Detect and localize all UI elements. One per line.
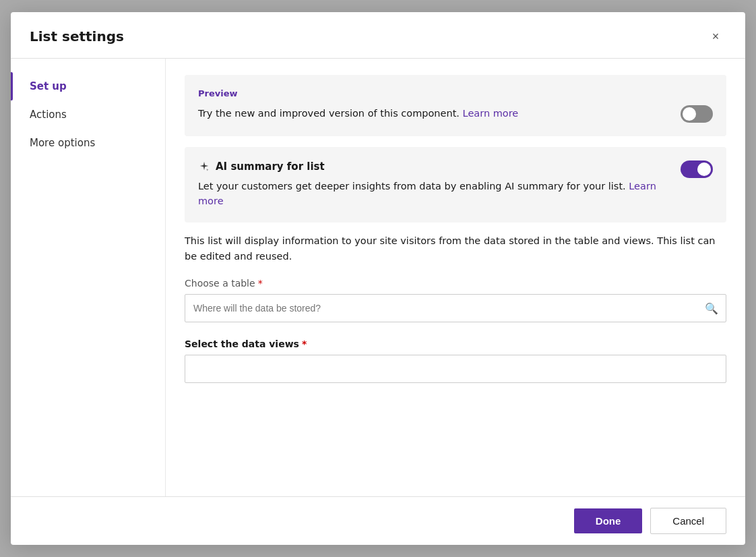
ai-card-row: AI summary for list Let your customers g… xyxy=(198,160,713,209)
list-settings-dialog: List settings × Set up Actions More opti… xyxy=(11,12,745,545)
choose-table-label: Choose a table* xyxy=(185,278,726,289)
sidebar: Set up Actions More options xyxy=(11,59,166,496)
preview-toggle-slider xyxy=(681,105,713,123)
preview-card: Preview Try the new and improved version… xyxy=(185,75,726,136)
ai-card-content: AI summary for list Let your customers g… xyxy=(198,160,672,209)
data-views-required: * xyxy=(302,339,307,349)
dialog-title: List settings xyxy=(30,28,124,45)
ai-summary-card: AI summary for list Let your customers g… xyxy=(185,147,726,223)
dialog-overlay: List settings × Set up Actions More opti… xyxy=(0,0,756,557)
sidebar-item-actions[interactable]: Actions xyxy=(11,100,165,129)
data-views-input[interactable] xyxy=(185,355,726,383)
main-content: Preview Try the new and improved version… xyxy=(166,59,745,496)
search-icon: 🔍 xyxy=(705,301,718,314)
preview-label: Preview xyxy=(198,88,713,98)
ai-description: Let your customers get deeper insights f… xyxy=(198,179,672,209)
ai-title: AI summary for list xyxy=(216,160,325,173)
dialog-footer: Done Cancel xyxy=(11,496,745,545)
ai-toggle[interactable] xyxy=(681,160,713,178)
choose-table-wrapper: 🔍 xyxy=(185,294,726,322)
ai-card-header: AI summary for list xyxy=(198,160,672,173)
close-button[interactable]: × xyxy=(705,26,726,47)
preview-text: Try the new and improved version of this… xyxy=(198,107,672,121)
choose-table-required: * xyxy=(258,278,263,289)
ai-toggle-slider xyxy=(681,160,713,178)
sparkle-icon xyxy=(198,160,210,173)
cancel-button[interactable]: Cancel xyxy=(650,508,726,534)
data-views-label: Select the data views* xyxy=(185,339,726,349)
list-description: This list will display information to yo… xyxy=(185,233,726,264)
done-button[interactable]: Done xyxy=(574,508,643,533)
dialog-header: List settings × xyxy=(11,12,745,59)
choose-table-input[interactable] xyxy=(185,294,726,322)
preview-card-row: Try the new and improved version of this… xyxy=(198,105,713,123)
preview-toggle[interactable] xyxy=(681,105,713,123)
sidebar-item-setup[interactable]: Set up xyxy=(11,72,165,100)
sidebar-item-more-options[interactable]: More options xyxy=(11,129,165,157)
preview-learn-more-link[interactable]: Learn more xyxy=(463,108,519,119)
dialog-body: Set up Actions More options Preview Try … xyxy=(11,59,745,496)
